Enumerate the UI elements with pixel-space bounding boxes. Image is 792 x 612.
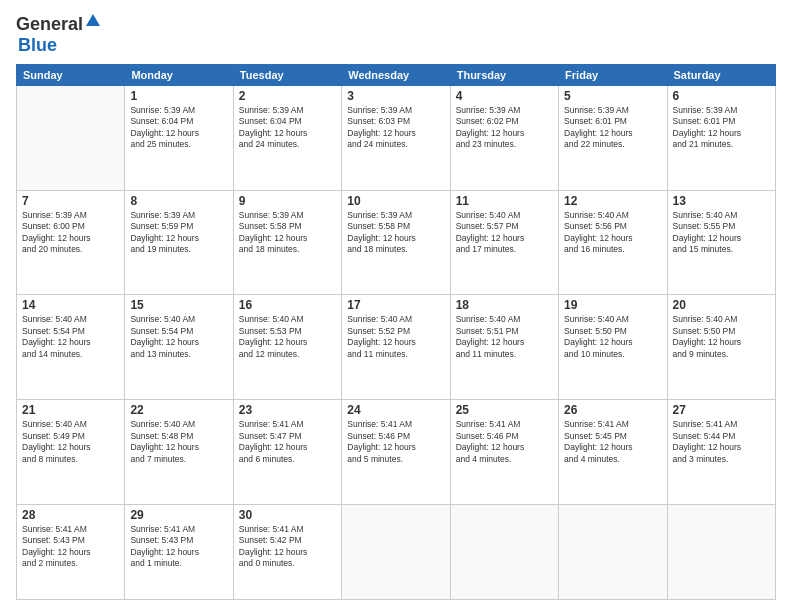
calendar-cell: [559, 504, 667, 599]
day-info: Sunrise: 5:39 AM Sunset: 6:04 PM Dayligh…: [130, 105, 227, 151]
day-number: 2: [239, 89, 336, 103]
day-number: 18: [456, 298, 553, 312]
day-number: 19: [564, 298, 661, 312]
day-number: 24: [347, 403, 444, 417]
calendar-cell: 30Sunrise: 5:41 AM Sunset: 5:42 PM Dayli…: [233, 504, 341, 599]
calendar-cell: [17, 86, 125, 191]
calendar-cell: 10Sunrise: 5:39 AM Sunset: 5:58 PM Dayli…: [342, 190, 450, 295]
calendar-cell: 21Sunrise: 5:40 AM Sunset: 5:49 PM Dayli…: [17, 400, 125, 505]
day-info: Sunrise: 5:41 AM Sunset: 5:43 PM Dayligh…: [22, 524, 119, 570]
calendar-week-row: 1Sunrise: 5:39 AM Sunset: 6:04 PM Daylig…: [17, 86, 776, 191]
day-number: 23: [239, 403, 336, 417]
day-info: Sunrise: 5:40 AM Sunset: 5:50 PM Dayligh…: [673, 314, 770, 360]
calendar-cell: 13Sunrise: 5:40 AM Sunset: 5:55 PM Dayli…: [667, 190, 775, 295]
day-number: 11: [456, 194, 553, 208]
calendar-cell: 23Sunrise: 5:41 AM Sunset: 5:47 PM Dayli…: [233, 400, 341, 505]
calendar-cell: 9Sunrise: 5:39 AM Sunset: 5:58 PM Daylig…: [233, 190, 341, 295]
calendar-cell: 8Sunrise: 5:39 AM Sunset: 5:59 PM Daylig…: [125, 190, 233, 295]
day-info: Sunrise: 5:41 AM Sunset: 5:45 PM Dayligh…: [564, 419, 661, 465]
day-info: Sunrise: 5:39 AM Sunset: 6:00 PM Dayligh…: [22, 210, 119, 256]
logo-text: General Blue: [16, 12, 103, 56]
day-number: 7: [22, 194, 119, 208]
day-number: 13: [673, 194, 770, 208]
day-info: Sunrise: 5:39 AM Sunset: 5:59 PM Dayligh…: [130, 210, 227, 256]
calendar-cell: [450, 504, 558, 599]
day-info: Sunrise: 5:39 AM Sunset: 6:03 PM Dayligh…: [347, 105, 444, 151]
day-number: 20: [673, 298, 770, 312]
day-number: 26: [564, 403, 661, 417]
calendar-week-row: 14Sunrise: 5:40 AM Sunset: 5:54 PM Dayli…: [17, 295, 776, 400]
calendar-cell: 19Sunrise: 5:40 AM Sunset: 5:50 PM Dayli…: [559, 295, 667, 400]
day-number: 29: [130, 508, 227, 522]
day-of-week-header: Wednesday: [342, 65, 450, 86]
calendar-week-row: 21Sunrise: 5:40 AM Sunset: 5:49 PM Dayli…: [17, 400, 776, 505]
calendar-table: SundayMondayTuesdayWednesdayThursdayFrid…: [16, 64, 776, 600]
day-number: 4: [456, 89, 553, 103]
day-number: 5: [564, 89, 661, 103]
day-number: 16: [239, 298, 336, 312]
calendar-cell: [667, 504, 775, 599]
calendar-cell: 29Sunrise: 5:41 AM Sunset: 5:43 PM Dayli…: [125, 504, 233, 599]
day-info: Sunrise: 5:40 AM Sunset: 5:55 PM Dayligh…: [673, 210, 770, 256]
day-info: Sunrise: 5:39 AM Sunset: 6:02 PM Dayligh…: [456, 105, 553, 151]
calendar-cell: 4Sunrise: 5:39 AM Sunset: 6:02 PM Daylig…: [450, 86, 558, 191]
day-header-row: SundayMondayTuesdayWednesdayThursdayFrid…: [17, 65, 776, 86]
day-number: 28: [22, 508, 119, 522]
calendar-cell: 2Sunrise: 5:39 AM Sunset: 6:04 PM Daylig…: [233, 86, 341, 191]
day-number: 22: [130, 403, 227, 417]
day-info: Sunrise: 5:41 AM Sunset: 5:46 PM Dayligh…: [347, 419, 444, 465]
calendar-week-row: 7Sunrise: 5:39 AM Sunset: 6:00 PM Daylig…: [17, 190, 776, 295]
day-of-week-header: Tuesday: [233, 65, 341, 86]
day-number: 9: [239, 194, 336, 208]
calendar-cell: 28Sunrise: 5:41 AM Sunset: 5:43 PM Dayli…: [17, 504, 125, 599]
logo-blue: Blue: [18, 35, 57, 55]
calendar-cell: 22Sunrise: 5:40 AM Sunset: 5:48 PM Dayli…: [125, 400, 233, 505]
calendar-cell: 17Sunrise: 5:40 AM Sunset: 5:52 PM Dayli…: [342, 295, 450, 400]
logo-general: General: [16, 14, 83, 34]
day-of-week-header: Monday: [125, 65, 233, 86]
calendar-cell: 24Sunrise: 5:41 AM Sunset: 5:46 PM Dayli…: [342, 400, 450, 505]
day-number: 15: [130, 298, 227, 312]
day-number: 1: [130, 89, 227, 103]
calendar-cell: 16Sunrise: 5:40 AM Sunset: 5:53 PM Dayli…: [233, 295, 341, 400]
day-info: Sunrise: 5:41 AM Sunset: 5:42 PM Dayligh…: [239, 524, 336, 570]
day-of-week-header: Saturday: [667, 65, 775, 86]
calendar-cell: 26Sunrise: 5:41 AM Sunset: 5:45 PM Dayli…: [559, 400, 667, 505]
calendar-cell: [342, 504, 450, 599]
day-number: 17: [347, 298, 444, 312]
calendar-cell: 12Sunrise: 5:40 AM Sunset: 5:56 PM Dayli…: [559, 190, 667, 295]
day-info: Sunrise: 5:40 AM Sunset: 5:50 PM Dayligh…: [564, 314, 661, 360]
calendar-cell: 20Sunrise: 5:40 AM Sunset: 5:50 PM Dayli…: [667, 295, 775, 400]
day-info: Sunrise: 5:40 AM Sunset: 5:56 PM Dayligh…: [564, 210, 661, 256]
day-number: 10: [347, 194, 444, 208]
calendar-cell: 3Sunrise: 5:39 AM Sunset: 6:03 PM Daylig…: [342, 86, 450, 191]
day-info: Sunrise: 5:39 AM Sunset: 5:58 PM Dayligh…: [239, 210, 336, 256]
calendar-cell: 7Sunrise: 5:39 AM Sunset: 6:00 PM Daylig…: [17, 190, 125, 295]
day-of-week-header: Friday: [559, 65, 667, 86]
day-info: Sunrise: 5:41 AM Sunset: 5:47 PM Dayligh…: [239, 419, 336, 465]
calendar-cell: 25Sunrise: 5:41 AM Sunset: 5:46 PM Dayli…: [450, 400, 558, 505]
svg-marker-0: [86, 14, 100, 26]
day-info: Sunrise: 5:40 AM Sunset: 5:48 PM Dayligh…: [130, 419, 227, 465]
day-number: 25: [456, 403, 553, 417]
header: General Blue: [16, 12, 776, 56]
day-info: Sunrise: 5:41 AM Sunset: 5:43 PM Dayligh…: [130, 524, 227, 570]
day-number: 27: [673, 403, 770, 417]
calendar-week-row: 28Sunrise: 5:41 AM Sunset: 5:43 PM Dayli…: [17, 504, 776, 599]
day-info: Sunrise: 5:39 AM Sunset: 6:01 PM Dayligh…: [673, 105, 770, 151]
day-info: Sunrise: 5:39 AM Sunset: 5:58 PM Dayligh…: [347, 210, 444, 256]
day-info: Sunrise: 5:40 AM Sunset: 5:51 PM Dayligh…: [456, 314, 553, 360]
calendar-cell: 1Sunrise: 5:39 AM Sunset: 6:04 PM Daylig…: [125, 86, 233, 191]
day-info: Sunrise: 5:40 AM Sunset: 5:49 PM Dayligh…: [22, 419, 119, 465]
calendar-cell: 27Sunrise: 5:41 AM Sunset: 5:44 PM Dayli…: [667, 400, 775, 505]
day-number: 12: [564, 194, 661, 208]
day-info: Sunrise: 5:40 AM Sunset: 5:57 PM Dayligh…: [456, 210, 553, 256]
calendar-cell: 14Sunrise: 5:40 AM Sunset: 5:54 PM Dayli…: [17, 295, 125, 400]
logo-icon: [84, 12, 102, 30]
page: General Blue SundayMondayTuesdayWednesda…: [0, 0, 792, 612]
day-number: 3: [347, 89, 444, 103]
day-number: 14: [22, 298, 119, 312]
day-info: Sunrise: 5:40 AM Sunset: 5:53 PM Dayligh…: [239, 314, 336, 360]
calendar-cell: 6Sunrise: 5:39 AM Sunset: 6:01 PM Daylig…: [667, 86, 775, 191]
day-of-week-header: Sunday: [17, 65, 125, 86]
